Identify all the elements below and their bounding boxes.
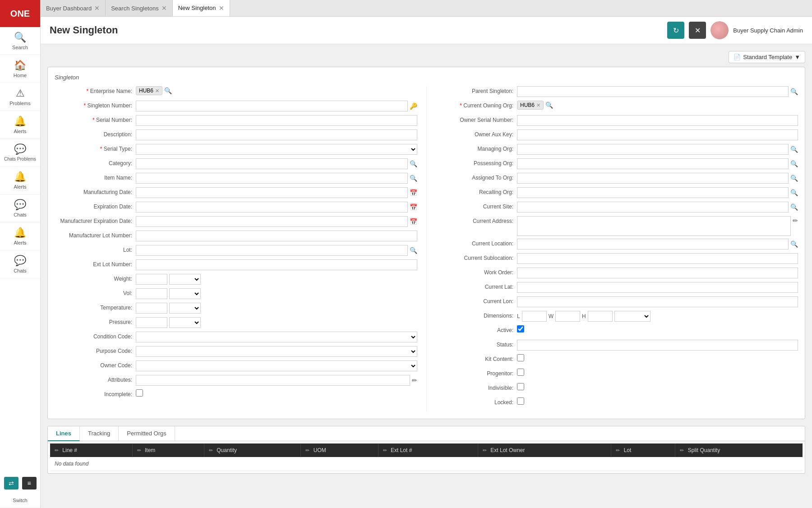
tab-permitted-orgs[interactable]: Permitted Orgs	[119, 426, 175, 441]
tab-tracking[interactable]: Tracking	[80, 426, 119, 441]
switch-button-1[interactable]: ⇄	[4, 477, 18, 490]
dim-h-input[interactable]	[588, 311, 613, 322]
sidebar-item-chats2[interactable]: 💬 Chats	[0, 194, 40, 222]
managing-org-search-icon[interactable]: 🔍	[790, 146, 798, 153]
possessing-org-input[interactable]	[517, 158, 789, 169]
current-site-input[interactable]	[517, 202, 789, 212]
tab-close-buyer-dashboard[interactable]: ✕	[94, 5, 100, 11]
kit-content-checkbox[interactable]	[517, 354, 524, 361]
current-lat-input[interactable]	[517, 282, 798, 293]
col-ext-lot-owner-edit-icon[interactable]: ✏	[483, 448, 487, 453]
owner-aux-key-input[interactable]	[517, 129, 798, 140]
template-button[interactable]: 📄 Standard Template ▼	[729, 51, 805, 63]
sidebar-item-alerts2[interactable]: 🔔 Alerts	[0, 166, 40, 194]
current-sublocation-input[interactable]	[517, 253, 798, 264]
expiration-date-calendar-icon[interactable]: 📅	[410, 203, 417, 211]
expiration-date-input[interactable]	[136, 202, 408, 212]
close-button[interactable]: ✕	[689, 22, 706, 39]
serial-type-select[interactable]	[136, 144, 417, 155]
col-quantity-edit-icon[interactable]: ✏	[209, 448, 213, 453]
singleton-number-input[interactable]	[136, 101, 408, 111]
manufacturing-date-calendar-icon[interactable]: 📅	[410, 189, 417, 196]
serial-number-input[interactable]	[136, 115, 417, 126]
purpose-code-select[interactable]	[136, 346, 417, 357]
refresh-button[interactable]: ↻	[667, 22, 684, 39]
category-search-icon[interactable]: 🔍	[410, 160, 417, 167]
category-input[interactable]	[136, 158, 408, 169]
weight-unit-select[interactable]	[169, 274, 201, 285]
singleton-number-key-icon[interactable]: 🔑	[410, 102, 417, 110]
indivisible-checkbox[interactable]	[517, 383, 524, 390]
recalling-org-search-icon[interactable]: 🔍	[790, 189, 798, 196]
lot-search-icon[interactable]: 🔍	[410, 247, 417, 254]
temperature-value-input[interactable]	[136, 303, 167, 314]
current-address-edit-icon[interactable]: ✏	[793, 217, 798, 224]
parent-singleton-input[interactable]	[517, 86, 789, 97]
tab-close-new-singleton[interactable]: ✕	[219, 5, 224, 11]
sidebar-item-switch[interactable]: Switch	[0, 493, 40, 508]
assigned-to-org-search-icon[interactable]: 🔍	[790, 175, 798, 182]
active-checkbox[interactable]	[517, 325, 524, 333]
ext-lot-number-input[interactable]	[136, 259, 417, 270]
tab-buyer-dashboard[interactable]: Buyer Dashboard ✕	[41, 0, 106, 16]
app-logo[interactable]: ONE	[0, 0, 41, 27]
sidebar-item-problems[interactable]: ⚠ Problems	[0, 83, 40, 111]
owner-code-select[interactable]	[136, 360, 417, 371]
current-address-textarea[interactable]	[517, 216, 791, 236]
sidebar-item-search[interactable]: 🔍 Search	[0, 27, 40, 55]
managing-org-input[interactable]	[517, 144, 789, 155]
item-name-search-icon[interactable]: 🔍	[410, 175, 417, 182]
current-owning-org-search-icon[interactable]: 🔍	[545, 102, 553, 109]
current-lon-input[interactable]	[517, 296, 798, 307]
tab-new-singleton[interactable]: New Singleton ✕	[173, 0, 230, 16]
switch-button-2[interactable]: ≡	[22, 477, 37, 490]
col-line-num-edit-icon[interactable]: ✏	[55, 448, 59, 453]
locked-checkbox[interactable]	[517, 397, 524, 405]
dim-unit-select[interactable]	[614, 311, 651, 322]
manufacturing-date-input[interactable]	[136, 187, 408, 198]
dim-w-input[interactable]	[555, 311, 580, 322]
weight-value-input[interactable]	[136, 274, 167, 285]
col-lot-edit-icon[interactable]: ✏	[616, 448, 620, 453]
current-site-search-icon[interactable]: 🔍	[790, 203, 798, 211]
status-input[interactable]	[517, 340, 798, 351]
col-item-edit-icon[interactable]: ✏	[137, 448, 141, 453]
tab-close-search-singletons[interactable]: ✕	[161, 5, 167, 11]
temperature-unit-select[interactable]	[169, 303, 201, 314]
owner-serial-number-input[interactable]	[517, 115, 798, 126]
incomplete-checkbox[interactable]	[136, 389, 143, 397]
sidebar-item-alerts3[interactable]: 🔔 Alerts	[0, 222, 40, 250]
item-name-input[interactable]	[136, 173, 408, 184]
recalling-org-input[interactable]	[517, 187, 789, 198]
tab-lines[interactable]: Lines	[48, 426, 80, 441]
possessing-org-search-icon[interactable]: 🔍	[790, 160, 798, 167]
current-owning-org-chip-remove[interactable]: ✕	[536, 102, 540, 108]
sidebar-item-chats3[interactable]: 💬 Chats	[0, 250, 40, 278]
vol-unit-select[interactable]	[169, 288, 201, 299]
mfr-expiration-input[interactable]	[136, 216, 408, 227]
current-location-search-icon[interactable]: 🔍	[790, 240, 798, 248]
col-uom-edit-icon[interactable]: ✏	[305, 448, 309, 453]
enterprise-name-search-icon[interactable]: 🔍	[164, 87, 172, 94]
description-input[interactable]	[136, 129, 417, 140]
pressure-unit-select[interactable]	[169, 317, 201, 328]
mfr-lot-number-input[interactable]	[136, 231, 417, 241]
attributes-input[interactable]	[136, 375, 410, 386]
current-location-input[interactable]	[517, 239, 789, 249]
sidebar-item-alerts1[interactable]: 🔔 Alerts	[0, 111, 40, 139]
enterprise-name-chip-remove[interactable]: ✕	[155, 88, 159, 94]
lot-input[interactable]	[136, 245, 408, 256]
progenitor-checkbox[interactable]	[517, 369, 524, 376]
col-ext-lot-edit-icon[interactable]: ✏	[383, 448, 387, 453]
sidebar-item-home[interactable]: 🏠 Home	[0, 55, 40, 83]
mfr-expiration-calendar-icon[interactable]: 📅	[410, 218, 417, 225]
col-split-quantity-edit-icon[interactable]: ✏	[680, 448, 684, 453]
pressure-value-input[interactable]	[136, 317, 167, 328]
condition-code-select[interactable]	[136, 332, 417, 342]
sidebar-item-chats-problems[interactable]: 💬 Chats Problems	[0, 139, 40, 166]
parent-singleton-search-icon[interactable]: 🔍	[790, 88, 798, 95]
work-order-input[interactable]	[517, 268, 798, 278]
attributes-edit-icon[interactable]: ✏	[412, 377, 417, 384]
tab-search-singletons[interactable]: Search Singletons ✕	[106, 0, 173, 16]
assigned-to-org-input[interactable]	[517, 173, 789, 184]
